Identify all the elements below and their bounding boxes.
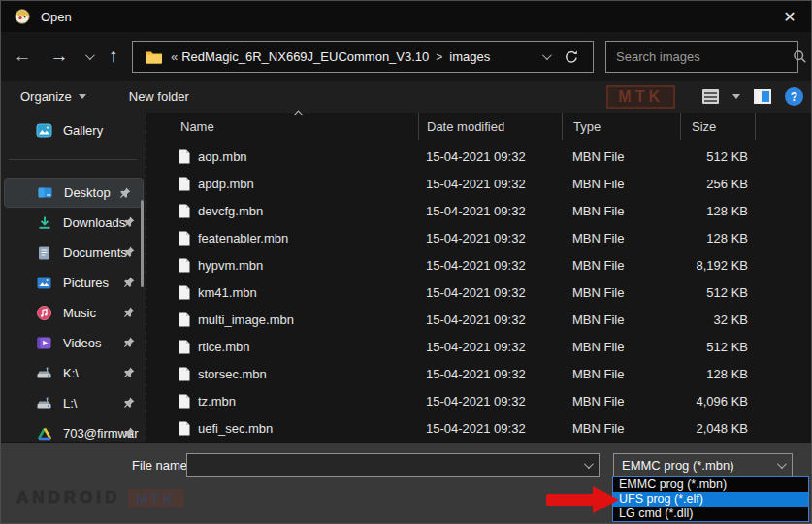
table-row[interactable]: rtice.mbn 15-04-2021 09:32 MBN File 512 … — [146, 333, 811, 360]
sidebar-scrollbar[interactable] — [141, 200, 144, 287]
title-bar: Open ✕ — [1, 1, 811, 32]
table-row[interactable]: km41.mbn 15-04-2021 09:32 MBN File 512 K… — [146, 278, 811, 306]
table-row[interactable]: aop.mbn 15-04-2021 09:32 MBN File 512 KB — [146, 143, 811, 170]
file-type: MBN File — [562, 231, 680, 246]
organize-button[interactable]: Organize — [11, 81, 96, 113]
table-row[interactable]: hypvm.mbn 15-04-2021 09:32 MBN File 8,19… — [146, 251, 811, 278]
file-size: 256 KB — [680, 177, 755, 191]
file-date: 15-04-2021 09:32 — [418, 177, 562, 191]
window-title: Open — [41, 10, 72, 24]
breadcrumb-current[interactable]: images — [449, 49, 490, 64]
file-name-input[interactable] — [187, 458, 575, 473]
file-icon — [179, 367, 190, 381]
file-name: featenabler.mbn — [198, 231, 288, 246]
up-button[interactable]: ↑ — [100, 43, 127, 70]
chevron-down-icon — [583, 459, 593, 469]
drive-icon — [36, 395, 52, 411]
pin-icon — [123, 216, 135, 228]
file-date: 15-04-2021 09:32 — [418, 204, 562, 218]
table-row[interactable]: devcfg.mbn 15-04-2021 09:32 MBN File 128… — [146, 197, 811, 224]
file-name: rtice.mbn — [198, 340, 249, 354]
dropdown-option-emmc[interactable]: EMMC prog (*.mbn) — [613, 477, 808, 492]
file-date: 15-04-2021 09:32 — [418, 149, 562, 164]
file-date: 15-04-2021 09:32 — [418, 340, 562, 354]
command-bar: Organize New folder MTK ? — [1, 81, 811, 113]
chevron-down-icon — [768, 454, 792, 476]
column-headers: Name Date modified Type Size — [146, 113, 811, 140]
forward-button[interactable]: → — [46, 43, 73, 70]
file-type: MBN File — [562, 285, 680, 300]
file-size: 8,192 KB — [680, 258, 755, 273]
navigation-pane: Gallery Desktop Downloads — [1, 113, 146, 442]
breadcrumb-collapse[interactable]: « — [171, 49, 178, 64]
view-options-chevron-icon[interactable] — [732, 94, 740, 99]
column-header-name[interactable]: Name — [146, 113, 418, 140]
recent-locations-button[interactable] — [75, 43, 102, 70]
address-dropdown-button[interactable] — [533, 42, 558, 72]
pictures-icon — [36, 275, 52, 291]
file-name-combo — [186, 453, 600, 477]
dropdown-option-lg[interactable]: LG cmd (*.dll) — [613, 507, 808, 521]
sidebar-item-label: Gallery — [63, 123, 103, 138]
file-name-dropdown-button[interactable] — [575, 454, 599, 476]
app-icon — [14, 8, 31, 25]
open-file-dialog: Open ✕ ← → ↑ « RedMagic_6R_NX669J_EUComm… — [0, 0, 812, 524]
column-header-extra — [755, 113, 811, 140]
desktop-icon — [37, 184, 53, 201]
file-type: MBN File — [562, 204, 680, 218]
file-list: Name Date modified Type Size aop.mbn 15-… — [146, 113, 811, 442]
table-row[interactable]: apdp.mbn 15-04-2021 09:32 MBN File 256 K… — [146, 170, 811, 197]
search-input[interactable] — [606, 49, 793, 64]
help-button[interactable]: ? — [785, 87, 803, 106]
sidebar-item-drive-k[interactable]: K:\ — [1, 358, 146, 388]
sidebar-item-label: Videos — [63, 336, 102, 350]
sidebar-item-videos[interactable]: Videos — [1, 328, 146, 358]
pin-icon — [123, 367, 135, 378]
file-size: 4,096 KB — [680, 394, 755, 409]
mtk-watermark-badge: MTK — [606, 85, 675, 109]
file-type: MBN File — [562, 340, 680, 354]
sidebar-item-pictures[interactable]: Pictures — [1, 268, 146, 298]
breadcrumb-root[interactable]: RedMagic_6R_NX669J_EUCommon_V3.10 — [181, 49, 429, 64]
sidebar-item-desktop[interactable]: Desktop — [4, 178, 144, 208]
dropdown-option-ufs-highlighted[interactable]: UFS prog (*.elf) — [613, 492, 808, 507]
column-header-date-modified[interactable]: Date modified — [418, 113, 562, 140]
column-header-size[interactable]: Size — [680, 113, 755, 140]
file-name: tz.mbn — [198, 394, 236, 409]
table-row[interactable]: multi_image.mbn 15-04-2021 09:32 MBN Fil… — [146, 306, 811, 333]
file-name: km41.mbn — [198, 285, 257, 300]
sidebar-item-label: Documents — [63, 246, 127, 260]
refresh-button[interactable] — [558, 42, 585, 72]
table-row[interactable]: featenabler.mbn 15-04-2021 09:32 MBN Fil… — [146, 224, 811, 251]
file-size: 2,048 KB — [680, 421, 755, 436]
table-row[interactable]: uefi_sec.mbn 15-04-2021 09:32 MBN File 2… — [146, 414, 811, 442]
sidebar-item-gallery[interactable]: Gallery — [1, 115, 146, 146]
preview-pane-icon[interactable] — [754, 89, 771, 104]
new-folder-button[interactable]: New folder — [119, 81, 199, 113]
close-icon[interactable]: ✕ — [772, 3, 807, 30]
file-name: storsec.mbn — [198, 367, 267, 381]
sidebar-item-drive-l[interactable]: L:\ — [1, 388, 146, 418]
sidebar-item-documents[interactable]: Documents — [1, 238, 146, 268]
file-icon — [179, 312, 190, 327]
file-type-combo[interactable]: EMMC prog (*.mbn) — [613, 453, 793, 477]
sidebar-item-music[interactable]: Music — [1, 298, 146, 328]
pin-icon — [119, 187, 131, 199]
sidebar-item-downloads[interactable]: Downloads — [1, 208, 146, 238]
search-box — [605, 41, 798, 73]
back-button[interactable]: ← — [9, 43, 36, 70]
pin-icon — [123, 427, 135, 439]
view-details-icon[interactable] — [702, 89, 719, 104]
table-row[interactable]: tz.mbn 15-04-2021 09:32 MBN File 4,096 K… — [146, 387, 811, 414]
sidebar-item-label: Pictures — [63, 276, 109, 290]
address-bar[interactable]: « RedMagic_6R_NX669J_EUCommon_V3.10 > im… — [132, 41, 594, 73]
pin-icon — [123, 277, 135, 288]
column-header-type[interactable]: Type — [562, 113, 680, 140]
file-size: 32 KB — [680, 312, 755, 327]
file-name: uefi_sec.mbn — [198, 421, 273, 436]
sidebar-item-label: Downloads — [63, 215, 125, 230]
table-row[interactable]: storsec.mbn 15-04-2021 09:32 MBN File 12… — [146, 360, 811, 387]
file-date: 15-04-2021 09:32 — [418, 421, 562, 436]
drive-icon — [36, 365, 52, 381]
file-type: MBN File — [562, 312, 680, 327]
